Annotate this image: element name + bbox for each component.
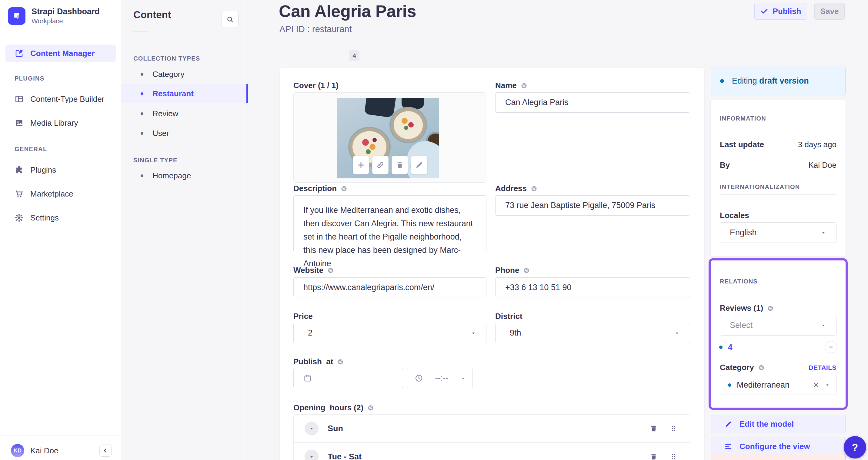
configure-view-button[interactable]: Configure the view [711, 437, 845, 456]
publish-at-time-input[interactable]: --:-- [407, 368, 473, 388]
description-field-label: Description [293, 184, 348, 193]
search-icon [226, 15, 234, 23]
sidebar-item-marketplace[interactable]: Marketplace [5, 185, 116, 203]
drag-handle-icon[interactable] [670, 425, 678, 432]
search-button[interactable] [221, 11, 239, 28]
reviews-field-label: Reviews (1) [720, 303, 774, 313]
delete-item-button[interactable] [650, 453, 658, 460]
opening-hours-list: Sun Tue - Sat [293, 414, 690, 460]
content-manager-icon [14, 49, 24, 58]
relation-dot-icon [719, 346, 722, 349]
publish-button[interactable]: Publish [754, 3, 807, 20]
details-link[interactable]: DETAILS [809, 364, 836, 371]
cover-field-label: Cover (1 / 1) [293, 81, 339, 90]
help-button[interactable]: ? [844, 436, 866, 459]
relations-label: RELATIONS [720, 278, 758, 285]
clear-icon[interactable] [812, 381, 820, 389]
plus-icon [357, 161, 365, 169]
bullet-icon [141, 92, 143, 95]
publish-at-date-input[interactable] [293, 368, 403, 388]
delete-entry-button[interactable] [711, 454, 845, 460]
address-input[interactable]: 73 rue Jean Baptiste Pigalle, 75009 Pari… [495, 195, 690, 216]
sidebar-item-settings[interactable]: Settings [5, 209, 116, 227]
bullet-icon [141, 73, 143, 76]
chevron-down-icon [820, 230, 827, 236]
clock-icon [414, 374, 423, 383]
draft-status-banner: Editing draft version [711, 67, 845, 95]
cover-field [293, 92, 487, 183]
delete-media-button[interactable] [392, 156, 408, 174]
chevron-down-icon [825, 382, 830, 388]
website-field-label: Website [293, 266, 334, 275]
add-media-button[interactable] [353, 156, 369, 174]
website-input[interactable]: https://www.canalegriaparis.com/en/ [293, 277, 487, 297]
name-field-label: Name [495, 81, 528, 90]
by-row: By Kai Doe [720, 161, 836, 170]
pencil-icon [415, 161, 424, 169]
app-title: Strapi Dashboard [32, 7, 100, 17]
calendar-icon [303, 374, 312, 383]
divider [720, 194, 836, 195]
copy-link-button[interactable] [372, 156, 389, 174]
subnav-item-category[interactable]: Category [121, 65, 248, 84]
media-library-icon [14, 119, 24, 128]
expand-button[interactable] [305, 450, 318, 460]
chevron-down-icon [674, 330, 680, 336]
page-title: Can Alegria Paris [279, 1, 416, 21]
collection-types-count: 4 [349, 50, 360, 61]
sidebar-item-label: Content-Type Builder [30, 95, 104, 104]
globe-icon [767, 305, 774, 312]
district-field-label: District [495, 311, 523, 321]
globe-icon [530, 185, 538, 192]
sidebar-item-plugins[interactable]: Plugins [5, 161, 116, 179]
expand-button[interactable] [305, 422, 318, 435]
subnav-item-restaurant[interactable]: Restaurant [121, 84, 248, 103]
active-indicator-bar [246, 84, 248, 103]
subnav-item-user[interactable]: User [121, 124, 248, 143]
subnav-title: Content [133, 9, 171, 21]
sidebar-item-content-type-builder[interactable]: Content-Type Builder [5, 90, 116, 108]
sidebar-item-content-manager[interactable]: Content Manager [5, 44, 116, 62]
strapi-logo-icon [8, 7, 26, 25]
opening-hours-item-sun: Sun [294, 415, 690, 442]
sidebar-item-label: Marketplace [30, 189, 73, 199]
reviews-select[interactable]: Select [720, 315, 836, 335]
category-select[interactable]: Mediterranean [720, 375, 836, 395]
sidebar-item-label: Media Library [30, 119, 78, 128]
globe-icon [523, 267, 530, 274]
district-select[interactable]: _9th [495, 323, 690, 343]
edit-model-button[interactable]: Edit the model [711, 415, 845, 433]
divider [0, 39, 121, 39]
cart-icon [14, 189, 24, 198]
globe-icon [367, 404, 374, 412]
brand[interactable]: Strapi Dashboard Workplace [8, 7, 100, 26]
chevron-down-icon [309, 454, 315, 460]
delete-item-button[interactable] [650, 425, 658, 432]
subnav-item-review[interactable]: Review [121, 104, 248, 123]
phone-input[interactable]: +33 6 13 10 51 90 [495, 277, 690, 297]
globe-icon [327, 267, 334, 274]
edit-media-button[interactable] [411, 156, 427, 174]
remove-relation-button[interactable] [825, 341, 837, 353]
subnav-item-homepage[interactable]: Homepage [121, 166, 248, 185]
save-button[interactable]: Save [814, 3, 845, 20]
sidebar-item-media-library[interactable]: Media Library [5, 114, 116, 132]
user-menu[interactable]: KD Kai Doe [11, 444, 59, 457]
bullet-icon [141, 174, 143, 177]
avatar: KD [11, 444, 24, 457]
plugins-section-label: PLUGINS [14, 75, 44, 82]
price-select[interactable]: _2 [293, 323, 487, 343]
collapse-sidebar-button[interactable] [99, 445, 112, 457]
phone-field-label: Phone [495, 266, 530, 275]
description-textarea[interactable]: If you like Mediterranean and exotic dis… [293, 195, 487, 252]
relation-dot-icon [728, 383, 731, 387]
content-type-builder-icon [14, 95, 24, 104]
relation-link[interactable]: 4 [728, 342, 732, 352]
divider [720, 289, 836, 289]
globe-icon [520, 82, 528, 89]
globe-icon [758, 364, 765, 371]
locale-select[interactable]: English [720, 222, 836, 243]
edit-form-card: Cover (1 / 1) [280, 68, 704, 460]
name-input[interactable]: Can Alegria Paris [495, 92, 690, 113]
drag-handle-icon[interactable] [670, 453, 678, 460]
